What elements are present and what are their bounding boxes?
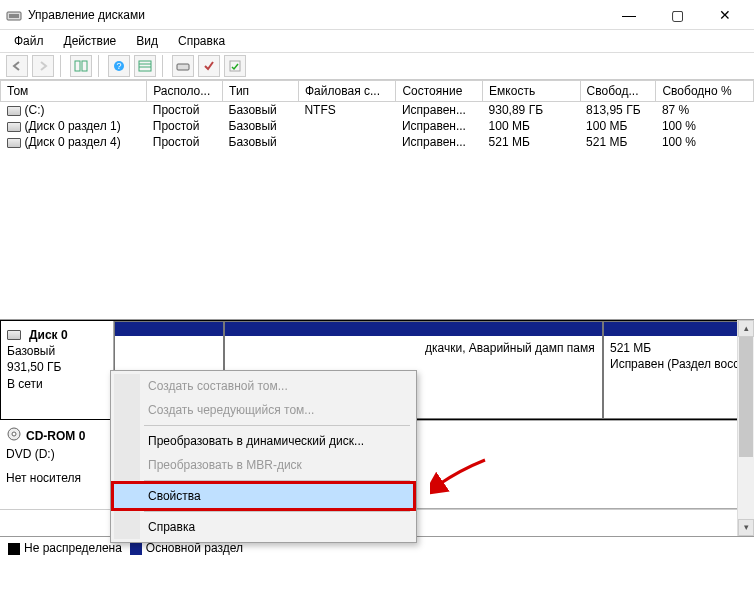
cdrom-icon xyxy=(6,426,22,446)
ctx-convert-mbr[interactable]: Преобразовать в MBR-диск xyxy=(114,453,413,477)
col-free[interactable]: Свобод... xyxy=(580,81,656,102)
col-layout[interactable]: Располо... xyxy=(147,81,223,102)
window-title: Управление дисками xyxy=(28,8,614,22)
close-button[interactable]: ✕ xyxy=(710,0,740,30)
disk-info[interactable]: Диск 0 Базовый 931,50 ГБ В сети xyxy=(1,321,113,419)
volume-name: (C:) xyxy=(25,103,45,117)
col-capacity[interactable]: Емкость xyxy=(483,81,581,102)
drive-icon xyxy=(7,106,21,116)
list-view-button[interactable] xyxy=(134,55,156,77)
svg-rect-10 xyxy=(230,61,240,71)
action-button[interactable] xyxy=(198,55,220,77)
col-freepct[interactable]: Свободно % xyxy=(656,81,754,102)
ctx-help[interactable]: Справка xyxy=(114,515,413,539)
legend-swatch-primary xyxy=(130,543,142,555)
svg-rect-3 xyxy=(82,61,87,71)
scroll-up-button[interactable]: ▴ xyxy=(738,320,754,337)
legend-primary: Основной раздел xyxy=(146,541,243,555)
disk-name: Диск 0 xyxy=(29,327,68,343)
legend-swatch-unallocated xyxy=(8,543,20,555)
cdrom-name: CD-ROM 0 xyxy=(26,428,85,444)
menu-view[interactable]: Вид xyxy=(128,32,166,50)
forward-button[interactable] xyxy=(32,55,54,77)
svg-rect-1 xyxy=(9,14,19,18)
disk-info[interactable]: CD-ROM 0 DVD (D:) Нет носителя xyxy=(0,420,112,509)
titlebar: Управление дисками — ▢ ✕ xyxy=(0,0,754,30)
svg-rect-2 xyxy=(75,61,80,71)
context-menu: Создать составной том... Создать чередую… xyxy=(110,370,417,543)
partition-3[interactable]: 521 МБ Исправен (Раздел восстан xyxy=(603,321,753,419)
disk-view-button[interactable] xyxy=(172,55,194,77)
col-fs[interactable]: Файловая с... xyxy=(298,81,396,102)
scroll-down-button[interactable]: ▾ xyxy=(738,519,754,536)
volume-row[interactable]: (Диск 0 раздел 1) Простой Базовый Исправ… xyxy=(1,118,754,134)
toolbar: ? xyxy=(0,52,754,80)
col-status[interactable]: Состояние xyxy=(396,81,483,102)
svg-rect-6 xyxy=(139,61,151,71)
volume-list-pane: Том Располо... Тип Файловая с... Состоян… xyxy=(0,80,754,320)
panels-button[interactable] xyxy=(70,55,92,77)
col-volume[interactable]: Том xyxy=(1,81,147,102)
refresh-button[interactable] xyxy=(224,55,246,77)
help-button[interactable]: ? xyxy=(108,55,130,77)
minimize-button[interactable]: — xyxy=(614,0,644,30)
svg-rect-9 xyxy=(177,64,189,70)
drive-icon xyxy=(7,138,21,148)
volume-name: (Диск 0 раздел 4) xyxy=(25,135,121,149)
scroll-thumb[interactable] xyxy=(739,337,753,457)
drive-icon xyxy=(7,122,21,132)
menu-action[interactable]: Действие xyxy=(56,32,125,50)
ctx-convert-dynamic[interactable]: Преобразовать в динамический диск... xyxy=(114,429,413,453)
maximize-button[interactable]: ▢ xyxy=(662,0,692,30)
ctx-properties[interactable]: Свойства xyxy=(111,481,416,511)
volume-row[interactable]: (C:) Простой Базовый NTFS Исправен... 93… xyxy=(1,102,754,119)
svg-point-12 xyxy=(12,432,16,436)
vertical-scrollbar[interactable]: ▴ ▾ xyxy=(737,320,754,536)
svg-text:?: ? xyxy=(116,61,121,71)
volume-name: (Диск 0 раздел 1) xyxy=(25,119,121,133)
ctx-create-striped[interactable]: Создать чередующийся том... xyxy=(114,398,413,422)
back-button[interactable] xyxy=(6,55,28,77)
legend-unallocated: Не распределена xyxy=(24,541,122,555)
menu-help[interactable]: Справка xyxy=(170,32,233,50)
volume-row[interactable]: (Диск 0 раздел 4) Простой Базовый Исправ… xyxy=(1,134,754,150)
menu-file[interactable]: Файл xyxy=(6,32,52,50)
col-type[interactable]: Тип xyxy=(223,81,299,102)
app-icon xyxy=(6,7,22,23)
volume-header-row: Том Располо... Тип Файловая с... Состоян… xyxy=(1,81,754,102)
disk-icon xyxy=(7,330,21,340)
ctx-create-spanned[interactable]: Создать составной том... xyxy=(114,374,413,398)
menubar: Файл Действие Вид Справка xyxy=(0,30,754,52)
